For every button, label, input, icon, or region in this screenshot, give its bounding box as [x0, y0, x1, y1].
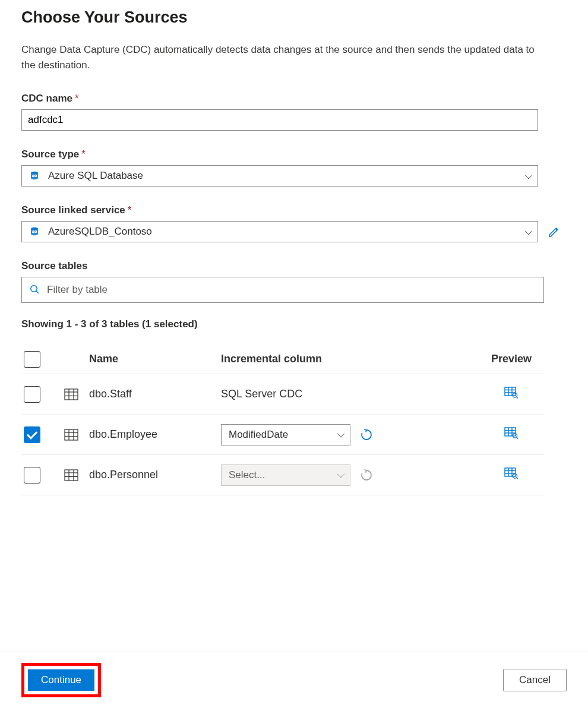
svg-line-43	[517, 478, 518, 479]
svg-rect-13	[505, 387, 516, 396]
table-icon	[64, 429, 78, 441]
search-icon	[29, 284, 40, 296]
linked-service-label: Source linked service *	[21, 204, 567, 216]
page-subtitle: Change Data Capture (CDC) automatically …	[21, 42, 544, 72]
incremental-column-select: Select...	[221, 464, 350, 486]
chevron-down-icon	[525, 227, 533, 235]
linked-service-value: AzureSQLDB_Contoso	[48, 226, 517, 238]
svg-rect-20	[65, 429, 78, 440]
table-header: Name Incremental column Preview	[21, 344, 544, 374]
svg-rect-8	[65, 389, 78, 400]
continue-highlight: Continue	[21, 663, 101, 697]
preview-button[interactable]	[479, 467, 544, 479]
refresh-icon	[360, 469, 373, 482]
select-all-checkbox[interactable]	[24, 351, 40, 368]
source-tables-grid: Name Incremental column Preview	[21, 344, 544, 495]
row-name: dbo.Personnel	[89, 469, 221, 481]
source-type-label: Source type *	[21, 148, 567, 160]
source-type-select[interactable]: SQL Azure SQL Database	[21, 165, 538, 187]
table-preview-icon	[504, 467, 519, 479]
source-type-value: Azure SQL Database	[48, 170, 517, 182]
refresh-button	[360, 469, 373, 482]
source-tables-label: Source tables	[21, 260, 567, 272]
footer: Continue Cancel	[0, 652, 588, 708]
col-header-preview: Preview	[479, 353, 544, 365]
page-title: Choose Your Sources	[21, 8, 567, 27]
chevron-down-icon	[337, 430, 345, 438]
row-incremental-static: SQL Server CDC	[221, 388, 479, 400]
svg-point-6	[31, 285, 37, 291]
sql-icon: SQL	[29, 226, 40, 237]
chevron-down-icon	[525, 171, 533, 179]
incremental-column-select[interactable]: ModifiedDate	[221, 424, 350, 445]
svg-line-31	[517, 437, 518, 438]
table-row: dbo.Personnel Select...	[21, 455, 544, 495]
svg-line-7	[36, 291, 39, 293]
row-checkbox[interactable]	[24, 426, 40, 443]
svg-line-19	[517, 397, 518, 398]
table-icon	[64, 469, 78, 481]
row-checkbox[interactable]	[24, 386, 40, 403]
continue-button[interactable]: Continue	[28, 669, 94, 691]
row-checkbox[interactable]	[24, 467, 40, 483]
linked-service-select[interactable]: SQL AzureSQLDB_Contoso	[21, 221, 538, 242]
row-name: dbo.Staff	[89, 388, 221, 400]
incremental-column-value: Select...	[229, 469, 333, 481]
filter-by-table-box[interactable]	[21, 277, 544, 303]
chevron-down-icon	[337, 470, 345, 478]
svg-text:SQL: SQL	[32, 175, 37, 177]
filter-by-table-input[interactable]	[46, 283, 536, 296]
table-row: dbo.Employee ModifiedDate	[21, 415, 544, 455]
sql-icon: SQL	[29, 170, 40, 181]
row-name: dbo.Employee	[89, 428, 221, 441]
table-icon	[64, 388, 78, 400]
preview-button[interactable]	[479, 387, 544, 399]
incremental-column-value: ModifiedDate	[229, 429, 333, 441]
table-count-text: Showing 1 - 3 of 3 tables (1 selected)	[21, 318, 567, 330]
cdc-name-label: CDC name *	[21, 93, 567, 105]
cdc-name-input[interactable]	[21, 109, 538, 131]
cancel-button[interactable]: Cancel	[503, 669, 567, 691]
table-row: dbo.Staff SQL Server CDC	[21, 374, 544, 415]
table-preview-icon	[504, 427, 519, 439]
svg-rect-25	[505, 428, 516, 436]
edit-linked-service-button[interactable]	[546, 224, 562, 239]
col-header-name: Name	[89, 353, 221, 365]
svg-rect-37	[505, 468, 516, 476]
svg-rect-32	[65, 470, 78, 481]
col-header-incremental: Incremental column	[221, 353, 479, 365]
table-preview-icon	[504, 387, 519, 399]
refresh-button[interactable]	[360, 428, 373, 441]
svg-text:SQL: SQL	[32, 230, 37, 233]
pencil-icon	[548, 225, 561, 238]
refresh-icon	[360, 428, 373, 441]
preview-button[interactable]	[479, 427, 544, 439]
